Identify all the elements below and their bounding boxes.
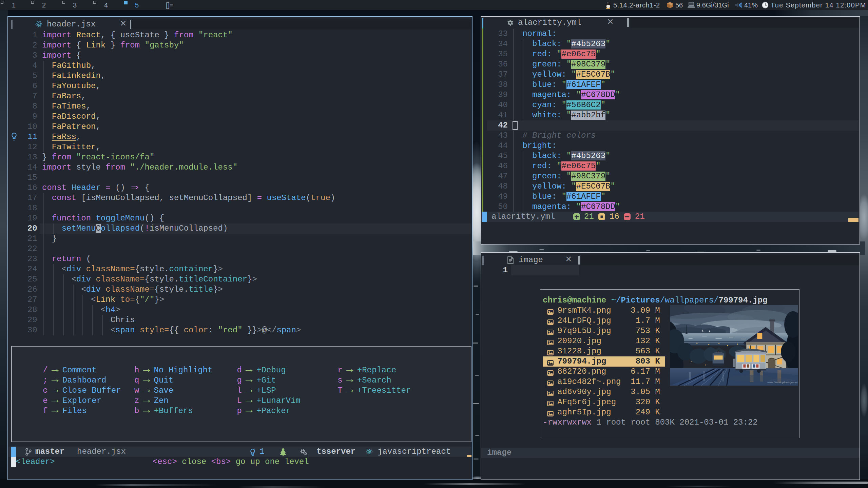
svg-text:www.DesktopBackground.org: www.DesktopBackground.org — [767, 381, 798, 384]
